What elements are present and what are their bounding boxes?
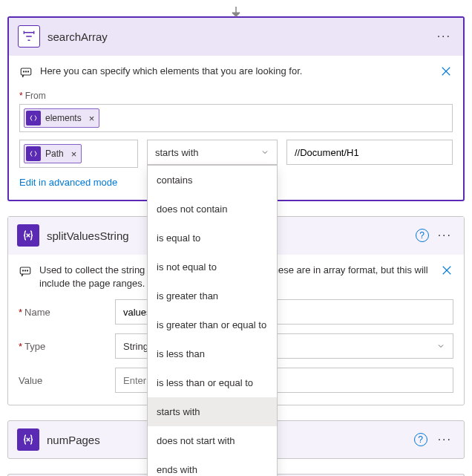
- card-title: searchArray: [47, 30, 434, 43]
- token-path[interactable]: Path ×: [24, 144, 82, 163]
- value-label: Value: [19, 375, 115, 386]
- type-selected-label: String: [123, 341, 148, 352]
- expression-icon: [26, 146, 41, 161]
- card-description: Here you can specify which elements that…: [40, 65, 432, 78]
- operator-dropdown: containsdoes not containis equal tois no…: [147, 165, 278, 476]
- card-menu-button[interactable]: ···: [435, 229, 455, 242]
- operator-selected-label: starts with: [155, 147, 199, 158]
- operator-option[interactable]: is equal to: [148, 224, 277, 252]
- card-menu-button[interactable]: ···: [435, 433, 455, 446]
- operator-option[interactable]: does not contain: [148, 195, 277, 224]
- token-label: elements: [45, 113, 82, 123]
- from-label: *From: [19, 91, 453, 101]
- token-remove[interactable]: ×: [89, 113, 95, 124]
- svg-point-3: [27, 71, 28, 72]
- type-label: *Type: [19, 341, 115, 352]
- variable-icon: [17, 428, 39, 451]
- operator-option[interactable]: is less than: [148, 339, 277, 368]
- card-menu-button[interactable]: ···: [434, 30, 454, 43]
- expression-icon: [26, 111, 41, 125]
- token-elements[interactable]: elements ×: [24, 108, 99, 128]
- operator-option[interactable]: contains: [148, 166, 277, 195]
- chevron-down-icon: [260, 148, 269, 157]
- operator-option[interactable]: ends with: [148, 455, 277, 476]
- chevron-down-icon: [436, 342, 445, 351]
- svg-point-2: [25, 71, 26, 72]
- help-button[interactable]: ?: [414, 433, 427, 446]
- operator-option[interactable]: starts with: [148, 397, 277, 426]
- operator-option[interactable]: does not start with: [148, 426, 277, 455]
- token-label: Path: [45, 149, 64, 159]
- path-input[interactable]: Path ×: [19, 140, 138, 168]
- comment-icon: [19, 265, 32, 281]
- svg-point-6: [24, 270, 25, 271]
- variable-icon: [17, 224, 39, 247]
- from-input[interactable]: elements ×: [19, 104, 453, 132]
- comment-icon: [19, 66, 33, 82]
- token-remove[interactable]: ×: [71, 149, 77, 160]
- operator-option[interactable]: is greater than: [148, 281, 277, 310]
- operator-option[interactable]: is not equal to: [148, 252, 277, 281]
- operator-select[interactable]: starts with: [147, 140, 278, 165]
- filter-array-icon: [18, 25, 40, 48]
- edit-advanced-link[interactable]: Edit in advanced mode: [19, 177, 117, 188]
- help-button[interactable]: ?: [416, 229, 429, 242]
- name-label: *Name: [19, 307, 115, 318]
- close-description-button[interactable]: [440, 264, 453, 279]
- operator-option[interactable]: is greater than or equal to: [148, 310, 277, 339]
- comparison-value-input[interactable]: [286, 140, 453, 165]
- operator-option[interactable]: is less than or equal to: [148, 368, 277, 397]
- svg-point-1: [23, 71, 24, 72]
- close-description-button[interactable]: [439, 65, 453, 80]
- svg-point-5: [22, 270, 23, 271]
- card-header[interactable]: searchArray ···: [9, 18, 463, 56]
- svg-point-7: [27, 270, 27, 271]
